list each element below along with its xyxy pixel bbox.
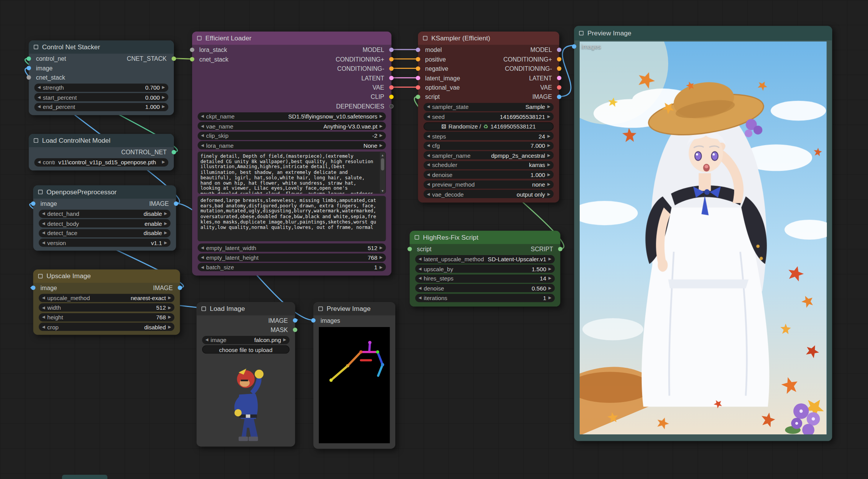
node-header[interactable]: Upscale Image — [33, 269, 180, 283]
collapse-icon[interactable] — [38, 190, 43, 194]
widget-upscale-by[interactable]: ◀ upscale_by 1.500 ▶ — [415, 265, 555, 273]
output-port-vae[interactable] — [389, 85, 394, 90]
input-port-control-net[interactable] — [27, 56, 31, 61]
output-port-cnet-stack[interactable] — [172, 56, 176, 61]
increment-arrow-icon[interactable]: ▶ — [162, 105, 165, 109]
widget-control-net-name[interactable]: ◀ control_net_name v11\control_v11p_sd15… — [34, 158, 168, 167]
scroll-down-icon[interactable]: ▼ — [381, 188, 383, 193]
decrement-arrow-icon[interactable]: ◀ — [38, 105, 41, 109]
input-port-lora-stack[interactable] — [190, 47, 194, 52]
prev-option-arrow-icon[interactable]: ◀ — [427, 105, 430, 109]
widget-end-percent[interactable]: ◀ end_percent 1.000 ▶ — [34, 103, 168, 111]
link-cnetstack-to-loader[interactable] — [174, 58, 192, 59]
decrement-arrow-icon[interactable]: ◀ — [38, 85, 41, 90]
next-option-arrow-icon[interactable]: ▶ — [380, 114, 383, 118]
widget-strength[interactable]: ◀ strength 0.700 ▶ — [34, 83, 168, 92]
node-header[interactable]: Load ControlNet Model — [29, 134, 174, 147]
input-port-script[interactable] — [416, 94, 420, 99]
decrement-arrow-icon[interactable]: ◀ — [427, 134, 430, 138]
prev-option-arrow-icon[interactable]: ◀ — [42, 231, 45, 235]
node-header[interactable]: Load Image — [197, 302, 295, 315]
collapse-icon[interactable] — [197, 36, 202, 40]
next-option-arrow-icon[interactable]: ▶ — [547, 182, 550, 187]
decrement-arrow-icon[interactable]: ◀ — [201, 265, 204, 269]
next-option-arrow-icon[interactable]: ▶ — [162, 160, 165, 165]
decrement-arrow-icon[interactable]: ◀ — [427, 144, 430, 148]
node-header[interactable]: Control Net Stacker — [29, 40, 174, 54]
prev-option-arrow-icon[interactable]: ◀ — [427, 192, 430, 196]
randomize-seed-button[interactable]: ⚄ Randomize / ♻ 14169505538121 — [423, 122, 554, 130]
collapse-icon[interactable] — [415, 235, 419, 240]
decrement-arrow-icon[interactable]: ◀ — [38, 95, 41, 100]
output-port-model[interactable] — [557, 47, 562, 52]
next-option-arrow-icon[interactable]: ▶ — [547, 192, 550, 196]
increment-arrow-icon[interactable]: ▶ — [162, 95, 165, 100]
decrement-arrow-icon[interactable]: ◀ — [418, 267, 421, 271]
widget-sampler-name[interactable]: ◀ sampler_name dpmpp_2s_ancestral ▶ — [423, 151, 554, 160]
input-port-images[interactable] — [572, 44, 577, 48]
decrement-arrow-icon[interactable]: ◀ — [201, 134, 204, 138]
increment-arrow-icon[interactable]: ▶ — [547, 172, 550, 177]
node-upscale-image[interactable]: Upscale Image image IMAGE ◀ upscale_meth… — [33, 269, 180, 335]
next-option-arrow-icon[interactable]: ▶ — [547, 153, 550, 158]
node-header[interactable]: HighRes-Fix Script — [410, 231, 560, 244]
positive-prompt-textarea[interactable]: finely detail, Depth of field,(masterpie… — [197, 152, 386, 194]
input-port-optional-vae[interactable] — [416, 85, 420, 90]
scroll-up-icon[interactable]: ▲ — [381, 152, 383, 157]
widget-steps[interactable]: ◀ steps 24 ▶ — [423, 132, 554, 140]
next-option-arrow-icon[interactable]: ▶ — [283, 337, 286, 342]
next-option-arrow-icon[interactable]: ▶ — [168, 295, 171, 300]
input-port-latent-image[interactable] — [416, 75, 420, 80]
increment-arrow-icon[interactable]: ▶ — [549, 295, 552, 300]
widget-empty-latent-height[interactable]: ◀ empty_latent_height 768 ▶ — [197, 253, 386, 262]
collapse-icon[interactable] — [34, 45, 38, 50]
node-header[interactable]: OpenposePreprocessor — [33, 185, 176, 199]
decrement-arrow-icon[interactable]: ◀ — [42, 315, 45, 319]
decrement-arrow-icon[interactable]: ◀ — [418, 295, 421, 300]
link-image-to-preview-large[interactable] — [559, 45, 574, 97]
next-option-arrow-icon[interactable]: ▶ — [380, 143, 383, 148]
next-option-arrow-icon[interactable]: ▶ — [164, 231, 167, 235]
collapse-icon[interactable] — [423, 36, 428, 40]
output-port-latent[interactable] — [389, 75, 394, 80]
node-graph-canvas[interactable]: Control Net Stacker control_net CNET_STA… — [0, 0, 868, 479]
decrement-arrow-icon[interactable]: ◀ — [201, 245, 204, 250]
widget-detect-hand[interactable]: ◀ detect_hand disable ▶ — [39, 209, 171, 218]
collapse-icon[interactable] — [579, 31, 584, 36]
collapse-icon[interactable] — [34, 139, 38, 143]
output-port-control-net[interactable] — [172, 150, 176, 154]
prev-option-arrow-icon[interactable]: ◀ — [42, 240, 45, 245]
next-option-arrow-icon[interactable]: ▶ — [547, 105, 550, 109]
widget-cfg[interactable]: ◀ cfg 7.000 ▶ — [423, 141, 554, 150]
output-port-conditioning-neg[interactable] — [389, 66, 394, 71]
widget-denoise[interactable]: ◀ denoise 0.560 ▶ — [415, 284, 555, 292]
widget-batch-size[interactable]: ◀ batch_size 1 ▶ — [197, 263, 386, 271]
next-option-arrow-icon[interactable]: ▶ — [164, 221, 167, 226]
increment-arrow-icon[interactable]: ▶ — [547, 144, 550, 148]
decrement-arrow-icon[interactable]: ◀ — [418, 276, 421, 281]
prev-option-arrow-icon[interactable]: ◀ — [42, 221, 45, 226]
output-port-clip[interactable] — [389, 94, 394, 99]
prev-option-arrow-icon[interactable]: ◀ — [206, 337, 209, 342]
prev-option-arrow-icon[interactable]: ◀ — [42, 325, 45, 329]
increment-arrow-icon[interactable]: ▶ — [547, 134, 550, 138]
widget-ckpt-name[interactable]: ◀ ckpt_name SD1.5\flyingsnow_v10.safeten… — [197, 112, 386, 120]
output-port-image[interactable] — [557, 94, 562, 99]
collapse-icon[interactable] — [318, 307, 323, 311]
input-port-positive[interactable] — [416, 57, 420, 61]
decrement-arrow-icon[interactable]: ◀ — [201, 255, 204, 260]
widget-preview-method[interactable]: ◀ preview_method none ▶ — [423, 180, 554, 189]
widget-detect-face[interactable]: ◀ detect_face disable ▶ — [39, 229, 171, 237]
output-port-conditioning-neg[interactable] — [557, 66, 562, 71]
widget-latent-upscale-method[interactable]: ◀ latent_upscale_method SD-Latent-Upscal… — [415, 255, 555, 263]
node-header[interactable]: Preview Image — [574, 26, 832, 40]
widget-image-file[interactable]: ◀ image falcon.png ▶ — [202, 335, 289, 344]
prev-option-arrow-icon[interactable]: ◀ — [42, 295, 45, 300]
input-port-negative[interactable] — [416, 66, 420, 71]
input-port-cnet-stack[interactable] — [190, 57, 194, 61]
decrement-arrow-icon[interactable]: ◀ — [42, 305, 45, 310]
collapse-icon[interactable] — [202, 307, 206, 311]
widget-clip-skip[interactable]: ◀ clip_skip -2 ▶ — [197, 132, 386, 140]
decrement-arrow-icon[interactable]: ◀ — [427, 114, 430, 119]
output-port-mask[interactable] — [293, 327, 298, 332]
